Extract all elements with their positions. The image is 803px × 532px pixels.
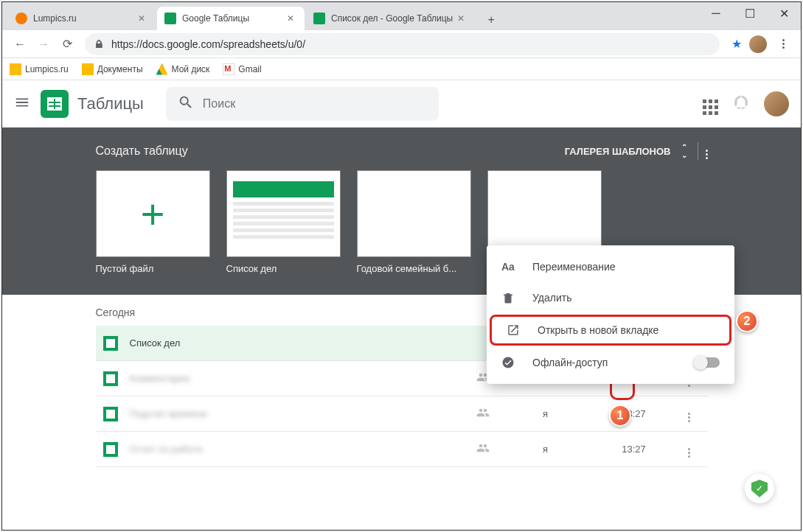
file-time: 13:27 xyxy=(590,408,678,419)
file-more-button[interactable] xyxy=(678,406,701,422)
close-tab-icon[interactable]: ✕ xyxy=(457,13,467,24)
sheets-file-icon xyxy=(103,442,118,457)
sheets-file-icon xyxy=(103,336,118,351)
annotation-badge-1: 1 xyxy=(609,405,631,427)
menu-delete[interactable]: Удалить xyxy=(487,282,734,313)
search-input[interactable] xyxy=(203,97,427,111)
minimize-button[interactable]: ─ xyxy=(699,2,733,24)
menu-offline[interactable]: Офлайн-доступ xyxy=(487,347,734,378)
app-title: Таблицы xyxy=(77,94,144,113)
tab-title: Lumpics.ru xyxy=(33,13,133,24)
divider xyxy=(698,142,698,160)
menu-label: Открыть в новой вкладке xyxy=(538,324,658,336)
tab-title: Список дел - Google Таблицы xyxy=(331,13,453,24)
folder-icon xyxy=(10,63,21,75)
annotation-badge-2: 2 xyxy=(736,310,758,332)
bookmark-star-icon[interactable]: ★ xyxy=(731,37,742,51)
bookmark-label: Документы xyxy=(97,64,143,74)
browser-tab-todo[interactable]: Список дел - Google Таблицы ✕ xyxy=(306,7,475,30)
address-bar: ← → ⟳ 🔒︎ https://docs.google.com/spreads… xyxy=(2,30,801,58)
menu-label: Переименование xyxy=(532,261,616,273)
search-box[interactable] xyxy=(166,87,439,121)
reload-button[interactable]: ⟳ xyxy=(55,32,79,56)
offline-icon xyxy=(501,356,518,369)
new-tab-button[interactable]: + xyxy=(481,10,501,30)
bookmark-label: Мой диск xyxy=(172,64,210,74)
file-owner: я xyxy=(501,408,590,419)
profile-avatar-small[interactable] xyxy=(749,35,767,53)
template-label: Годовой семейный б... xyxy=(357,263,471,274)
browser-tab-sheets[interactable]: Google Таблицы ✕ xyxy=(157,7,305,30)
plus-icon: + xyxy=(141,190,165,238)
template-label: Пустой файл xyxy=(96,263,210,274)
bookmark-drive[interactable]: Мой диск xyxy=(156,63,210,75)
trash-icon xyxy=(501,291,518,304)
file-more-button[interactable] xyxy=(678,441,701,458)
safety-badge[interactable]: ✓ xyxy=(745,474,774,503)
app-header: Таблицы xyxy=(2,80,801,127)
tab-title: Google Таблицы xyxy=(182,13,282,24)
svg-point-1 xyxy=(503,357,514,368)
file-name: Отчет по работе xyxy=(130,444,476,455)
template-blank[interactable]: + Пустой файл xyxy=(96,170,210,274)
profile-avatar[interactable] xyxy=(764,91,789,116)
bookmark-documents[interactable]: Документы xyxy=(82,63,143,75)
file-name: Подсчет времени xyxy=(130,408,476,419)
apps-grid-button[interactable] xyxy=(703,93,718,115)
file-name: Список дел xyxy=(130,337,501,349)
close-tab-icon[interactable]: ✕ xyxy=(287,13,297,24)
gmail-icon: M xyxy=(223,63,234,75)
text-icon: Aa xyxy=(501,261,518,273)
gallery-expand-button[interactable]: ⌃⌄ xyxy=(681,143,687,159)
lock-icon: 🔒︎ xyxy=(94,38,104,50)
shared-icon xyxy=(476,441,490,457)
close-button[interactable]: ✕ xyxy=(767,2,801,24)
section-title: Сегодня xyxy=(96,307,501,318)
menu-rename[interactable]: Aa Переименование xyxy=(487,251,734,282)
favicon-icon xyxy=(164,13,176,24)
notifications-button[interactable] xyxy=(733,94,749,113)
bookmark-gmail[interactable]: M Gmail xyxy=(223,63,261,75)
open-new-tab-icon xyxy=(507,323,523,337)
drive-icon xyxy=(156,63,168,75)
template-budget[interactable]: Годовой семейный б... xyxy=(357,170,471,274)
offline-toggle[interactable] xyxy=(695,357,720,368)
close-tab-icon[interactable]: ✕ xyxy=(138,13,148,24)
favicon-icon xyxy=(15,13,27,24)
sheets-file-icon xyxy=(103,407,118,421)
url-text: https://docs.google.com/spreadsheets/u/0… xyxy=(111,38,305,50)
favicon-icon xyxy=(313,13,325,24)
back-button[interactable]: ← xyxy=(8,32,32,56)
file-time: 13:27 xyxy=(590,444,678,455)
browser-tab-lumpics[interactable]: Lumpics.ru ✕ xyxy=(8,7,156,30)
shield-icon: ✓ xyxy=(751,480,768,497)
folder-icon xyxy=(82,63,94,75)
template-label: Список дел xyxy=(226,263,341,274)
url-field[interactable]: 🔒︎ https://docs.google.com/spreadsheets/… xyxy=(85,33,720,55)
file-row[interactable]: Отчет по работея13:27 xyxy=(96,432,708,467)
gallery-more-button[interactable] xyxy=(706,143,708,159)
main-menu-button[interactable] xyxy=(14,94,30,113)
bookmark-lumpics[interactable]: Lumpics.ru xyxy=(10,63,69,75)
gallery-toggle-label[interactable]: ГАЛЕРЕЯ ШАБЛОНОВ xyxy=(565,146,671,157)
sheets-logo-icon xyxy=(41,90,69,118)
forward-button[interactable]: → xyxy=(32,32,55,56)
file-owner: я xyxy=(501,444,590,455)
browser-tabs-bar: Lumpics.ru ✕ Google Таблицы ✕ Список дел… xyxy=(2,2,801,30)
context-menu: Aa Переименование Удалить Открыть в ново… xyxy=(487,245,734,384)
template-todo[interactable]: Список дел xyxy=(226,170,341,274)
search-icon xyxy=(178,94,194,113)
browser-menu-button[interactable] xyxy=(771,32,795,56)
menu-label: Офлайн-доступ xyxy=(532,357,608,368)
maximize-button[interactable]: ☐ xyxy=(733,2,767,24)
menu-label: Удалить xyxy=(532,292,571,304)
file-name: Комментарии xyxy=(130,373,476,384)
gallery-title: Создать таблицу xyxy=(96,144,188,158)
shared-icon xyxy=(476,406,490,421)
bookmark-label: Gmail xyxy=(238,64,261,74)
menu-open-new-tab[interactable]: Открыть в новой вкладке xyxy=(490,315,731,346)
bookmarks-bar: Lumpics.ru Документы Мой диск M Gmail xyxy=(2,58,801,80)
bookmark-label: Lumpics.ru xyxy=(25,64,69,74)
sheets-file-icon xyxy=(103,371,118,386)
